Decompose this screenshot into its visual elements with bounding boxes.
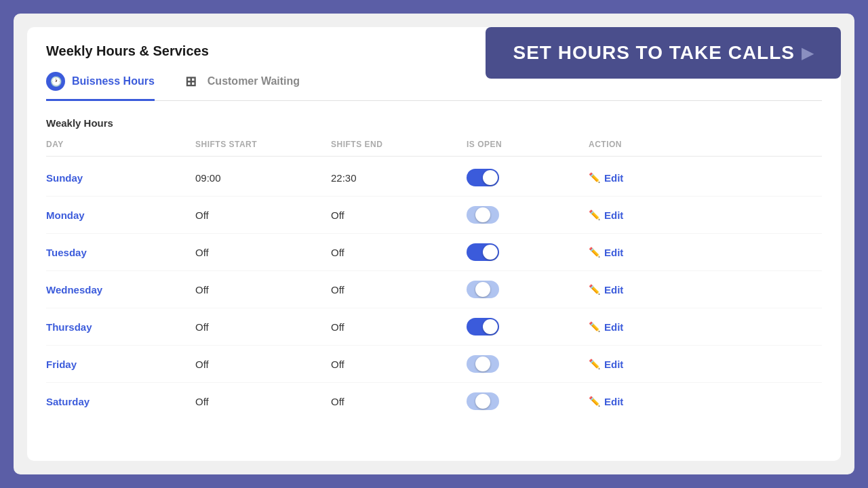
action-cell: ✏️ Edit: [589, 209, 690, 221]
edit-button[interactable]: ✏️ Edit: [589, 284, 623, 296]
action-cell: ✏️ Edit: [589, 396, 690, 407]
table-row: Wednesday Off Off ✏️ Edit: [46, 271, 822, 308]
toggle-container: [467, 318, 589, 336]
day-name: Saturday: [46, 396, 195, 407]
toggle-knob: [483, 245, 498, 260]
toggle-container: [467, 281, 589, 298]
banner-text: SET HOURS TO TAKE CALLS: [513, 42, 795, 64]
action-cell: ✏️ Edit: [589, 172, 690, 184]
edit-label: Edit: [604, 396, 623, 407]
pencil-icon: ✏️: [589, 396, 600, 407]
weekly-section-title: Weakly Hours: [46, 117, 822, 129]
action-cell: ✏️ Edit: [589, 284, 690, 296]
outer-container: SET HOURS TO TAKE CALLS ▶ Weekly Hours &…: [14, 14, 854, 474]
col-header-day: DAY: [46, 140, 195, 149]
toggle-switch[interactable]: [467, 206, 499, 224]
toggle-container: [467, 206, 589, 224]
day-name: Monday: [46, 209, 195, 221]
toggle-knob: [475, 357, 490, 371]
shift-start: Off: [195, 209, 331, 221]
tab-customer-waiting[interactable]: ⊞ Customer Waiting: [182, 72, 300, 101]
pencil-icon: ✏️: [589, 209, 600, 220]
table-container: DAY SHIFTS START SHIFTS END IS OPEN ACTI…: [46, 140, 822, 420]
action-cell: ✏️ Edit: [589, 321, 690, 333]
shift-end: Off: [331, 396, 467, 407]
toggle-knob: [475, 282, 490, 297]
edit-label: Edit: [604, 284, 623, 296]
table-row: Sunday 09:00 22:30 ✏️ Edit: [46, 159, 822, 197]
table-row: Monday Off Off ✏️ Edit: [46, 197, 822, 234]
tab-business-hours-label: Buisness Hours: [72, 75, 155, 87]
action-cell: ✏️ Edit: [589, 359, 690, 370]
col-header-action: ACTION: [589, 140, 690, 149]
shift-end: Off: [331, 359, 467, 370]
shift-end: Off: [331, 284, 467, 296]
toggle-knob: [475, 394, 490, 409]
shift-start: 09:00: [195, 172, 331, 184]
shift-start: Off: [195, 396, 331, 407]
edit-button[interactable]: ✏️ Edit: [589, 396, 623, 407]
table-row: Saturday Off Off ✏️ Edit: [46, 383, 822, 420]
shift-end: Off: [331, 321, 467, 333]
edit-label: Edit: [604, 359, 623, 370]
edit-button[interactable]: ✏️ Edit: [589, 247, 623, 258]
shift-start: Off: [195, 247, 331, 258]
shift-start: Off: [195, 284, 331, 296]
main-card: Weekly Hours & Services 🕐 Buisness Hours…: [27, 27, 841, 461]
pencil-icon: ✏️: [589, 321, 600, 332]
shift-end: Off: [331, 247, 467, 258]
table-body: Sunday 09:00 22:30 ✏️ Edit Monday Off Of…: [46, 159, 822, 420]
edit-button[interactable]: ✏️ Edit: [589, 172, 623, 184]
table-row: Friday Off Off ✏️ Edit: [46, 346, 822, 383]
tab-customer-waiting-label: Customer Waiting: [208, 75, 300, 87]
toggle-container: [467, 355, 589, 373]
toggle-knob: [475, 207, 490, 222]
toggle-switch[interactable]: [467, 243, 499, 261]
edit-button[interactable]: ✏️ Edit: [589, 359, 623, 370]
edit-label: Edit: [604, 172, 623, 184]
pencil-icon: ✏️: [589, 359, 600, 369]
tab-business-hours[interactable]: 🕐 Buisness Hours: [46, 72, 155, 101]
shift-end: Off: [331, 209, 467, 221]
col-header-shifts-end: SHIFTS END: [331, 140, 467, 149]
toggle-switch[interactable]: [467, 318, 499, 336]
col-header-shifts-start: SHIFTS START: [195, 140, 331, 149]
shift-start: Off: [195, 321, 331, 333]
pencil-icon: ✏️: [589, 284, 600, 295]
toggle-container: [467, 243, 589, 261]
grid-icon: ⊞: [182, 72, 201, 91]
day-name: Friday: [46, 359, 195, 370]
day-name: Thursday: [46, 321, 195, 333]
table-row: Tuesday Off Off ✏️ Edit: [46, 234, 822, 271]
toggle-knob: [483, 170, 498, 185]
table-header: DAY SHIFTS START SHIFTS END IS OPEN ACTI…: [46, 140, 822, 157]
toggle-knob: [483, 319, 498, 334]
edit-label: Edit: [604, 247, 623, 258]
toggle-switch[interactable]: [467, 281, 499, 298]
day-name: Sunday: [46, 172, 195, 184]
toggle-switch[interactable]: [467, 355, 499, 373]
pencil-icon: ✏️: [589, 247, 600, 258]
day-name: Tuesday: [46, 247, 195, 258]
col-header-is-open: IS OPEN: [467, 140, 589, 149]
toggle-switch[interactable]: [467, 392, 499, 410]
toggle-container: [467, 392, 589, 410]
clock-icon: 🕐: [46, 72, 65, 91]
edit-label: Edit: [604, 321, 623, 333]
toggle-container: [467, 169, 589, 186]
shift-start: Off: [195, 359, 331, 370]
day-name: Wednesday: [46, 284, 195, 296]
edit-label: Edit: [604, 209, 623, 221]
edit-button[interactable]: ✏️ Edit: [589, 209, 623, 221]
edit-button[interactable]: ✏️ Edit: [589, 321, 623, 333]
play-icon: ▶: [802, 43, 814, 62]
action-cell: ✏️ Edit: [589, 247, 690, 258]
table-row: Thursday Off Off ✏️ Edit: [46, 308, 822, 346]
toggle-switch[interactable]: [467, 169, 499, 186]
header-banner: SET HOURS TO TAKE CALLS ▶: [486, 27, 841, 79]
shift-end: 22:30: [331, 172, 467, 184]
pencil-icon: ✏️: [589, 172, 600, 183]
